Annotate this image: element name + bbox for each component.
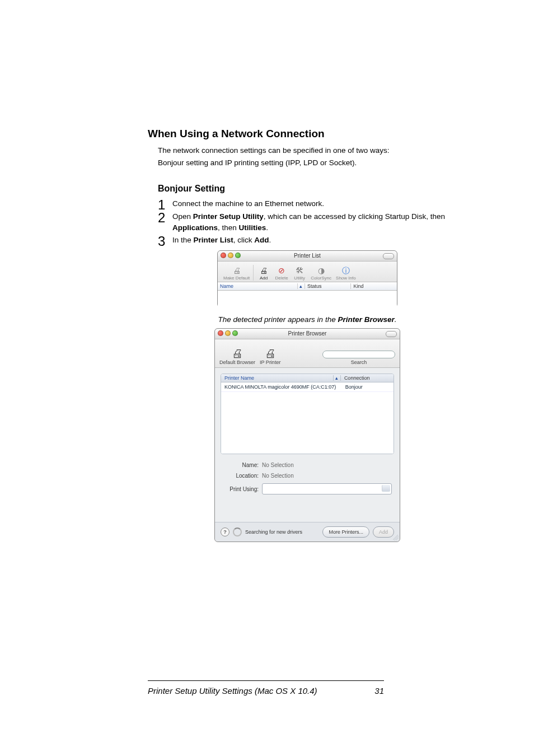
toolbar-add: 🖨︎ Add	[255, 265, 273, 281]
step-3-end: .	[269, 236, 271, 244]
list-body-empty	[218, 291, 397, 310]
intro-line-2: Bonjour setting and IP printing setting …	[158, 158, 467, 168]
zoom-icon	[232, 330, 238, 336]
search-input	[322, 351, 395, 358]
toolbar-delete: ⊘ Delete	[273, 265, 291, 281]
toolbar-showinfo-label: Show Info	[336, 276, 356, 281]
footer-title: Printer Setup Utility Settings (Mac OS X…	[148, 686, 317, 696]
printer-row-conn: Bonjour	[345, 384, 394, 390]
section-heading: When Using a Network Connection	[148, 128, 467, 140]
select-arrows-icon: ▲▼	[385, 486, 388, 491]
page-footer: Printer Setup Utility Settings (Mac OS X…	[148, 686, 384, 696]
col-kind: Kind	[351, 283, 397, 289]
zoom-icon	[235, 253, 241, 258]
toolbar-pill-icon	[383, 253, 394, 259]
toolbar-delete-label: Delete	[275, 276, 288, 281]
ip-printer-tab: 🖨︎ IP Printer	[260, 347, 280, 366]
sort-icon: ▴	[298, 283, 305, 289]
search-label: Search	[351, 360, 367, 365]
col-connection: Connection	[341, 375, 394, 381]
screenshot-printer-browser: Printer Browser 🖨︎ Default Browser 🖨︎ IP…	[214, 328, 400, 542]
step-2: Open Printer Setup Utility, which can be…	[158, 211, 467, 234]
printer-row-name: KONICA MINOLTA magicolor 4690MF (CA:C1:0…	[224, 384, 345, 390]
form-printusing-label: Print Using:	[223, 486, 262, 492]
page: When Using a Network Connection The netw…	[0, 0, 534, 756]
browser-toolbar: 🖨︎ Default Browser 🖨︎ IP Printer 🔍 Searc…	[215, 339, 400, 368]
toolbar-showinfo: ⓘ Show Info	[334, 265, 358, 281]
steps-list: Connect the machine to an Ethernet netwo…	[158, 198, 467, 246]
step-2-pre: Open	[172, 212, 193, 221]
printer-list-blank	[221, 392, 394, 454]
toolbar: 🖨︎ Make Default 🖨︎ Add ⊘ Delete 🛠︎ Utili…	[218, 262, 397, 282]
col-status: Status	[305, 283, 352, 289]
caption: The detected printer appears in the Prin…	[190, 315, 425, 324]
ip-printer-label: IP Printer	[260, 360, 280, 366]
toolbar-utility-label: Utility	[294, 276, 305, 281]
list-header: Name ▴ Status Kind	[218, 282, 397, 291]
caption-pre: The detected printer appears in the	[218, 315, 338, 324]
screenshot-printer-list: Printer List 🖨︎ Make Default 🖨︎ Add ⊘ De…	[217, 250, 397, 307]
colorsync-icon: ◑	[315, 265, 328, 276]
window-traffic-lights	[221, 253, 241, 258]
step-2-bold-1: Printer Setup Utility	[193, 212, 264, 221]
toolbar-make-default-label: Make Default	[223, 276, 250, 281]
page-number: 31	[374, 686, 384, 696]
print-using-select: ▲▼	[262, 483, 392, 494]
close-icon	[218, 330, 223, 336]
spinner-icon	[233, 528, 242, 536]
default-browser-label: Default Browser	[219, 360, 255, 366]
form-location-row: Location: No Selection	[223, 473, 392, 479]
step-2-end: .	[266, 223, 268, 232]
ip-printer-icon: 🖨︎	[262, 347, 279, 360]
form-name-label: Name:	[223, 462, 262, 468]
default-browser-icon: 🖨︎	[229, 347, 246, 360]
info-icon: ⓘ	[339, 265, 353, 276]
add-button: Add	[373, 526, 394, 538]
printer-row: KONICA MINOLTA magicolor 4690MF (CA:C1:0…	[221, 382, 394, 392]
window-title: Printer List	[294, 253, 321, 259]
delete-icon: ⊘	[275, 265, 288, 276]
subsection-heading: Bonjour Setting	[158, 184, 467, 194]
window-title: Printer Browser	[288, 330, 327, 337]
printer-list-box: Printer Name ▴ Connection KONICA MINOLTA…	[221, 374, 394, 454]
caption-bold: Printer Browser	[338, 315, 394, 324]
utility-icon: 🛠︎	[293, 265, 306, 276]
minimize-icon	[225, 330, 231, 336]
toolbar-colorsync-label: ColorSync	[311, 276, 331, 281]
more-printers-button: More Printers...	[322, 526, 369, 538]
form-location-label: Location:	[223, 473, 262, 479]
toolbar-pill-icon	[386, 331, 397, 337]
printer-list-header: Printer Name ▴ Connection	[221, 374, 394, 382]
status-text: Searching for new drivers	[245, 529, 302, 535]
close-icon	[221, 253, 226, 258]
step-2-mid1: , which can be accessed by clicking Star…	[264, 212, 445, 221]
toolbar-separator	[253, 265, 254, 281]
intro-line-1: The network connection settings can be s…	[158, 146, 467, 156]
step-1: Connect the machine to an Ethernet netwo…	[158, 198, 467, 209]
step-2-mid2: , then	[218, 223, 239, 232]
col-name: Name	[218, 283, 298, 289]
footer-rule	[148, 680, 384, 681]
step-3: In the Printer List, click Add.	[158, 235, 467, 246]
step-3-pre: In the	[172, 236, 194, 244]
form-printusing-row: Print Using: ▲▼	[223, 483, 392, 494]
toolbar-make-default: 🖨︎ Make Default	[221, 265, 252, 281]
form-name-row: Name: No Selection	[223, 462, 392, 468]
printer-add-icon: 🖨︎	[257, 265, 270, 276]
resize-corner-icon	[393, 535, 399, 540]
caption-post: .	[395, 315, 397, 324]
window-titlebar: Printer List	[218, 251, 397, 262]
bottom-bar: ? Searching for new drivers More Printer…	[215, 522, 400, 542]
step-2-bold-3: Utilities	[239, 223, 266, 232]
minimize-icon	[228, 253, 233, 258]
step-1-text: Connect the machine to an Ethernet netwo…	[172, 199, 324, 208]
toolbar-add-label: Add	[260, 276, 268, 281]
window-titlebar: Printer Browser	[215, 329, 400, 339]
printer-default-icon: 🖨︎	[230, 265, 243, 276]
toolbar-utility: 🛠︎ Utility	[291, 265, 308, 281]
help-icon: ?	[221, 528, 229, 536]
form-area: Name: No Selection Location: No Selectio…	[223, 462, 392, 494]
toolbar-colorsync: ◑ ColorSync	[308, 265, 334, 281]
search-wrap: 🔍 Search	[322, 351, 395, 365]
form-name-value: No Selection	[262, 462, 294, 468]
